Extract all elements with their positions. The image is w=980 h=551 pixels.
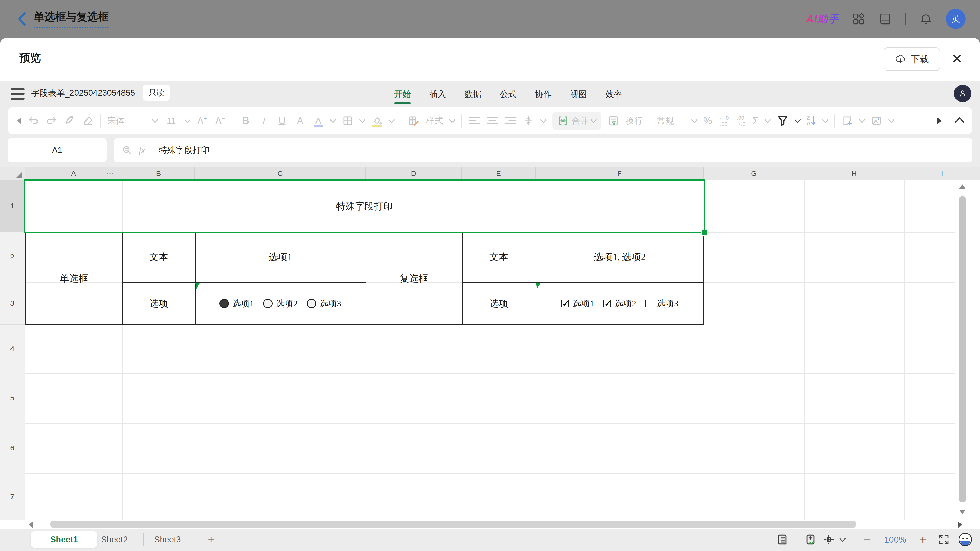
cell-text-label-b2[interactable]: 文本 xyxy=(123,232,195,282)
zoom-out-button[interactable]: − xyxy=(861,533,874,546)
insert-image-icon[interactable] xyxy=(871,115,882,126)
row-header-1[interactable]: 1 xyxy=(0,180,25,232)
cell-style-chevron-icon[interactable] xyxy=(449,117,455,123)
ribbon-next-icon[interactable] xyxy=(937,118,942,124)
selection-pan-chevron-icon[interactable] xyxy=(838,533,846,546)
bold-button[interactable]: B xyxy=(240,115,251,126)
cell-option-label-e3[interactable]: 选项 xyxy=(462,282,536,325)
number-format-chevron-icon[interactable] xyxy=(691,117,697,123)
checkbox-2[interactable] xyxy=(603,299,611,307)
assistant-mascot-icon[interactable] xyxy=(959,533,972,546)
borders-icon[interactable] xyxy=(342,115,353,126)
apps-grid-icon[interactable] xyxy=(852,12,865,25)
cell-style-label[interactable]: 样式 xyxy=(426,115,443,127)
collapse-ribbon-icon[interactable] xyxy=(955,117,964,127)
eraser-icon[interactable] xyxy=(82,115,94,126)
row-header-5[interactable]: 5 xyxy=(0,373,25,424)
number-format-select[interactable]: 常规 xyxy=(657,115,685,127)
font-color-chevron-icon[interactable] xyxy=(330,117,336,123)
filter-chevron-icon[interactable] xyxy=(794,117,800,123)
underline-button[interactable]: U xyxy=(277,115,288,126)
radio-2[interactable] xyxy=(263,299,272,308)
fx-icon[interactable]: fx xyxy=(139,145,145,155)
row-header-3[interactable]: 3 xyxy=(0,282,25,325)
zoom-level[interactable]: 100% xyxy=(880,533,911,546)
filter-button[interactable] xyxy=(777,115,789,127)
selection-pan-icon[interactable] xyxy=(822,533,835,546)
sort-button[interactable]: ZA xyxy=(807,115,816,126)
tab-data[interactable]: 数据 xyxy=(463,85,482,104)
radio-option-2[interactable]: 选项2 xyxy=(263,298,298,309)
user-avatar[interactable]: 英 xyxy=(946,9,966,29)
tab-collaborate[interactable]: 协作 xyxy=(534,85,553,104)
insert-cells-chevron-icon[interactable] xyxy=(859,117,865,123)
radio-3[interactable] xyxy=(307,299,316,308)
formula-bar[interactable]: fx 特殊字段打印 xyxy=(114,138,972,162)
increase-font-icon[interactable]: A+ xyxy=(197,115,208,126)
ai-assistant-button[interactable]: AI助手 xyxy=(806,12,839,26)
cell-a1-title[interactable]: 特殊字段打印 xyxy=(25,180,704,232)
row-header-6[interactable]: 6 xyxy=(0,424,25,473)
sheet-tab-3[interactable]: Sheet3 xyxy=(145,531,190,548)
menu-hamburger-icon[interactable] xyxy=(11,88,24,100)
redo-button[interactable] xyxy=(46,115,57,126)
autosum-button[interactable]: Σ xyxy=(752,115,759,127)
borders-chevron-icon[interactable] xyxy=(359,117,365,123)
tab-formula[interactable]: 公式 xyxy=(499,85,517,104)
cell-name-box[interactable]: A1 xyxy=(8,138,107,162)
cell-radio-text-value[interactable]: 选项1 xyxy=(195,232,366,282)
font-size-select[interactable]: 11 xyxy=(164,116,178,126)
checkbox-3[interactable] xyxy=(646,299,653,307)
add-sheet-button[interactable]: + xyxy=(199,531,224,548)
scroll-down-icon[interactable] xyxy=(959,510,966,514)
merge-cells-button[interactable]: 合并 xyxy=(552,111,601,130)
cell-text-label-e2[interactable]: 文本 xyxy=(462,232,536,282)
font-size-chevron-icon[interactable] xyxy=(184,117,190,123)
sort-chevron-icon[interactable] xyxy=(822,117,829,123)
hidden-columns-dots[interactable]: ··· xyxy=(107,170,113,177)
fill-color-chevron-icon[interactable] xyxy=(388,117,395,123)
column-header-b[interactable]: B xyxy=(123,167,195,180)
wrap-text-label[interactable]: 换行 xyxy=(626,115,643,127)
format-painter-icon[interactable] xyxy=(64,115,75,126)
font-name-select[interactable]: 宋体 xyxy=(108,115,146,127)
row-header-4[interactable]: 4 xyxy=(0,325,25,373)
autosum-chevron-icon[interactable] xyxy=(765,117,771,123)
checkbox-option-3[interactable]: 选项3 xyxy=(646,298,678,309)
scroll-right-icon[interactable] xyxy=(958,522,962,528)
download-button[interactable]: 下载 xyxy=(883,48,940,71)
row-header-7[interactable]: 7 xyxy=(0,473,25,519)
radio-1[interactable] xyxy=(220,299,229,308)
cell-option-label-b3[interactable]: 选项 xyxy=(123,282,195,325)
close-button[interactable]: ✕ xyxy=(947,49,967,68)
column-header-d[interactable]: D xyxy=(366,167,462,180)
decrease-font-icon[interactable]: A− xyxy=(215,115,226,126)
page-layout-icon[interactable] xyxy=(776,533,789,546)
zoom-in-button[interactable]: + xyxy=(916,533,929,546)
radio-option-3[interactable]: 选项3 xyxy=(307,298,341,309)
cell-radio-options[interactable]: 选项1 选项2 选项3 xyxy=(195,282,366,325)
vertical-scrollbar-thumb[interactable] xyxy=(959,196,966,503)
tab-efficiency[interactable]: 效率 xyxy=(605,85,623,104)
decrease-decimal-icon[interactable]: ←.0.00 xyxy=(719,115,729,127)
strikethrough-button[interactable]: A xyxy=(294,115,306,126)
column-header-c[interactable]: C xyxy=(195,167,366,180)
align-right-icon[interactable] xyxy=(505,118,516,124)
tab-insert[interactable]: 插入 xyxy=(428,85,447,104)
percent-style-button[interactable]: % xyxy=(703,115,712,126)
fill-color-button[interactable] xyxy=(371,116,383,125)
select-all-corner[interactable] xyxy=(0,167,25,180)
column-header-h[interactable]: H xyxy=(804,167,904,180)
checkbox-option-2[interactable]: 选项2 xyxy=(603,298,636,309)
row-header-2[interactable]: 2 xyxy=(0,232,25,282)
scroll-left-icon[interactable] xyxy=(29,522,33,528)
sheet-tab-2[interactable]: Sheet2 xyxy=(92,531,137,548)
column-header-g[interactable]: G xyxy=(704,167,804,180)
cell-style-icon[interactable] xyxy=(408,115,419,126)
column-header-e[interactable]: E xyxy=(462,167,536,180)
font-name-chevron-icon[interactable] xyxy=(152,117,158,123)
sheet-tab-1[interactable]: Sheet1 xyxy=(30,531,97,548)
vertical-align-chevron-icon[interactable] xyxy=(540,117,546,123)
undo-button[interactable] xyxy=(28,115,39,126)
horizontal-scrollbar-thumb[interactable] xyxy=(50,521,856,528)
